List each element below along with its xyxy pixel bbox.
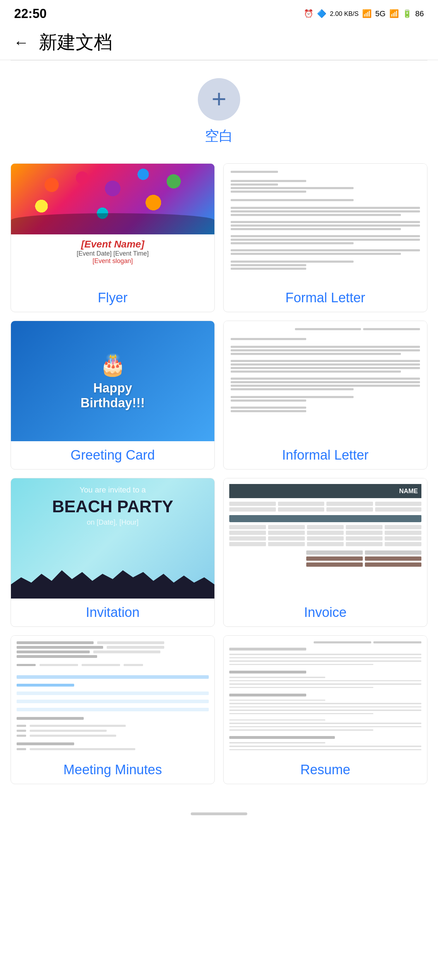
signal-bars-icon: 📶 xyxy=(389,9,399,18)
invitation-top-text: You are invited to a xyxy=(79,485,146,495)
plus-icon: + xyxy=(211,86,227,111)
new-blank-section: + 空白 xyxy=(0,60,438,156)
signal-5g-icon: 5G xyxy=(375,9,386,18)
invitation-silhouettes xyxy=(11,563,214,598)
informal-letter-preview xyxy=(224,321,427,441)
resume-preview xyxy=(224,636,427,756)
flyer-slogan: [Event slogan] xyxy=(77,258,149,265)
template-formal-letter[interactable]: Formal Letter xyxy=(223,163,427,312)
template-meeting-minutes[interactable]: Meeting Minutes xyxy=(11,635,215,784)
header: ← 新建文档 xyxy=(0,25,438,60)
signal-icon: 📶 xyxy=(362,9,371,18)
meeting-minutes-label: Meeting Minutes xyxy=(11,756,214,784)
alarm-icon: ⏰ xyxy=(304,9,313,18)
informal-letter-label: Informal Letter xyxy=(224,441,427,469)
page-title: 新建文档 xyxy=(39,30,112,55)
greeting-card-label: Greeting Card xyxy=(11,441,214,469)
cake-icon: 🎂 xyxy=(100,352,126,377)
bluetooth-icon: 🔷 xyxy=(317,9,326,18)
formal-letter-preview xyxy=(224,164,427,284)
back-button[interactable]: ← xyxy=(11,32,32,53)
meeting-minutes-preview xyxy=(11,636,214,756)
back-icon: ← xyxy=(13,33,29,51)
flyer-preview: [Event Name] [Event Date] [Event Time] [… xyxy=(11,164,214,284)
templates-grid: [Event Name] [Event Date] [Event Time] [… xyxy=(0,156,438,805)
invoice-label: Invoice xyxy=(224,598,427,627)
status-icons: ⏰ 🔷 2.00 KB/S 📶 5G 📶 🔋 86 xyxy=(304,9,424,18)
template-greeting-card[interactable]: 🎂 HappyBirthday!!! Greeting Card xyxy=(11,321,215,469)
template-flyer[interactable]: [Event Name] [Event Date] [Event Time] [… xyxy=(11,163,215,312)
invitation-label: Invitation xyxy=(11,598,214,627)
greeting-card-preview: 🎂 HappyBirthday!!! xyxy=(11,321,214,441)
resume-label: Resume xyxy=(224,756,427,784)
template-resume[interactable]: Resume xyxy=(223,635,427,784)
status-time: 22:50 xyxy=(14,6,47,21)
template-informal-letter[interactable]: Informal Letter xyxy=(223,321,427,469)
template-invoice[interactable]: NAME xyxy=(223,478,427,627)
status-bar: 22:50 ⏰ 🔷 2.00 KB/S 📶 5G 📶 🔋 86 xyxy=(0,0,438,25)
flyer-event-date: [Event Date] [Event Time] xyxy=(77,250,149,258)
battery-level: 86 xyxy=(416,9,424,18)
flyer-label: Flyer xyxy=(11,284,214,312)
network-speed: 2.00 KB/S xyxy=(330,10,359,18)
flyer-event-name: [Event Name] xyxy=(77,239,149,250)
invoice-preview: NAME xyxy=(224,478,427,598)
invitation-preview: You are invited to a BEACH PARTY on [Dat… xyxy=(11,478,214,598)
blank-label: 空白 xyxy=(205,126,233,146)
invitation-sub-text: on [Date], [Hour] xyxy=(87,518,139,527)
formal-letter-label: Formal Letter xyxy=(224,284,427,312)
invitation-main-text: BEACH PARTY xyxy=(52,498,173,516)
template-invitation[interactable]: You are invited to a BEACH PARTY on [Dat… xyxy=(11,478,215,627)
greeting-text: HappyBirthday!!! xyxy=(81,381,145,410)
battery-icon: 🔋 xyxy=(402,9,412,18)
new-blank-button[interactable]: + xyxy=(198,78,240,121)
invoice-name-text: NAME xyxy=(399,487,418,495)
bottom-indicator xyxy=(0,805,438,829)
